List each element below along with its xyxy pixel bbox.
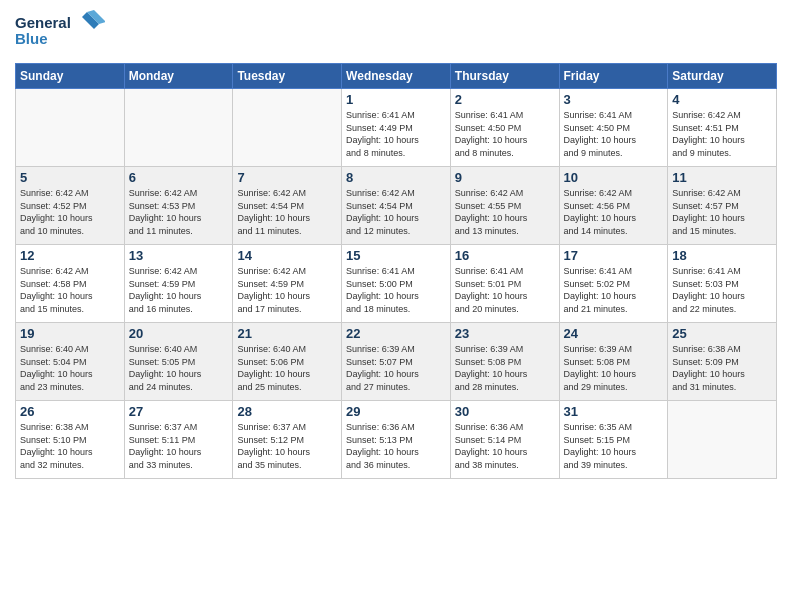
calendar-cell: 4Sunrise: 6:42 AM Sunset: 4:51 PM Daylig… xyxy=(668,89,777,167)
day-number: 13 xyxy=(129,248,229,263)
calendar-cell xyxy=(233,89,342,167)
day-number: 6 xyxy=(129,170,229,185)
day-number: 9 xyxy=(455,170,555,185)
day-number: 20 xyxy=(129,326,229,341)
calendar-cell xyxy=(16,89,125,167)
day-info: Sunrise: 6:41 AM Sunset: 4:50 PM Dayligh… xyxy=(564,109,664,159)
day-info: Sunrise: 6:42 AM Sunset: 4:55 PM Dayligh… xyxy=(455,187,555,237)
day-number: 7 xyxy=(237,170,337,185)
page-container: General Blue SundayMondayTuesdayWednesda… xyxy=(0,0,792,612)
week-row-5: 26Sunrise: 6:38 AM Sunset: 5:10 PM Dayli… xyxy=(16,401,777,479)
day-number: 16 xyxy=(455,248,555,263)
day-number: 12 xyxy=(20,248,120,263)
calendar-cell xyxy=(124,89,233,167)
day-info: Sunrise: 6:41 AM Sunset: 5:03 PM Dayligh… xyxy=(672,265,772,315)
calendar-cell: 21Sunrise: 6:40 AM Sunset: 5:06 PM Dayli… xyxy=(233,323,342,401)
calendar-cell: 6Sunrise: 6:42 AM Sunset: 4:53 PM Daylig… xyxy=(124,167,233,245)
day-number: 24 xyxy=(564,326,664,341)
day-number: 27 xyxy=(129,404,229,419)
day-info: Sunrise: 6:41 AM Sunset: 4:49 PM Dayligh… xyxy=(346,109,446,159)
weekday-tuesday: Tuesday xyxy=(233,64,342,89)
calendar-cell: 31Sunrise: 6:35 AM Sunset: 5:15 PM Dayli… xyxy=(559,401,668,479)
day-number: 11 xyxy=(672,170,772,185)
logo: General Blue xyxy=(15,10,105,55)
calendar-cell: 3Sunrise: 6:41 AM Sunset: 4:50 PM Daylig… xyxy=(559,89,668,167)
day-info: Sunrise: 6:42 AM Sunset: 4:58 PM Dayligh… xyxy=(20,265,120,315)
day-info: Sunrise: 6:42 AM Sunset: 4:52 PM Dayligh… xyxy=(20,187,120,237)
calendar-cell: 29Sunrise: 6:36 AM Sunset: 5:13 PM Dayli… xyxy=(342,401,451,479)
header: General Blue xyxy=(15,10,777,55)
weekday-header-row: SundayMondayTuesdayWednesdayThursdayFrid… xyxy=(16,64,777,89)
day-number: 21 xyxy=(237,326,337,341)
calendar-cell: 17Sunrise: 6:41 AM Sunset: 5:02 PM Dayli… xyxy=(559,245,668,323)
day-number: 18 xyxy=(672,248,772,263)
day-info: Sunrise: 6:42 AM Sunset: 4:51 PM Dayligh… xyxy=(672,109,772,159)
calendar-cell: 30Sunrise: 6:36 AM Sunset: 5:14 PM Dayli… xyxy=(450,401,559,479)
calendar-cell: 18Sunrise: 6:41 AM Sunset: 5:03 PM Dayli… xyxy=(668,245,777,323)
day-number: 31 xyxy=(564,404,664,419)
calendar-cell: 5Sunrise: 6:42 AM Sunset: 4:52 PM Daylig… xyxy=(16,167,125,245)
day-info: Sunrise: 6:42 AM Sunset: 4:53 PM Dayligh… xyxy=(129,187,229,237)
day-number: 4 xyxy=(672,92,772,107)
calendar-cell: 8Sunrise: 6:42 AM Sunset: 4:54 PM Daylig… xyxy=(342,167,451,245)
calendar-cell: 11Sunrise: 6:42 AM Sunset: 4:57 PM Dayli… xyxy=(668,167,777,245)
day-info: Sunrise: 6:42 AM Sunset: 4:57 PM Dayligh… xyxy=(672,187,772,237)
day-info: Sunrise: 6:39 AM Sunset: 5:08 PM Dayligh… xyxy=(564,343,664,393)
day-info: Sunrise: 6:41 AM Sunset: 5:02 PM Dayligh… xyxy=(564,265,664,315)
day-info: Sunrise: 6:41 AM Sunset: 5:00 PM Dayligh… xyxy=(346,265,446,315)
day-info: Sunrise: 6:39 AM Sunset: 5:07 PM Dayligh… xyxy=(346,343,446,393)
calendar-cell: 24Sunrise: 6:39 AM Sunset: 5:08 PM Dayli… xyxy=(559,323,668,401)
logo-svg: General Blue xyxy=(15,10,105,55)
day-number: 15 xyxy=(346,248,446,263)
calendar-cell: 2Sunrise: 6:41 AM Sunset: 4:50 PM Daylig… xyxy=(450,89,559,167)
day-info: Sunrise: 6:42 AM Sunset: 4:54 PM Dayligh… xyxy=(237,187,337,237)
day-number: 23 xyxy=(455,326,555,341)
calendar-cell: 12Sunrise: 6:42 AM Sunset: 4:58 PM Dayli… xyxy=(16,245,125,323)
calendar-cell: 28Sunrise: 6:37 AM Sunset: 5:12 PM Dayli… xyxy=(233,401,342,479)
day-number: 22 xyxy=(346,326,446,341)
week-row-1: 1Sunrise: 6:41 AM Sunset: 4:49 PM Daylig… xyxy=(16,89,777,167)
calendar-cell: 15Sunrise: 6:41 AM Sunset: 5:00 PM Dayli… xyxy=(342,245,451,323)
day-info: Sunrise: 6:40 AM Sunset: 5:05 PM Dayligh… xyxy=(129,343,229,393)
day-info: Sunrise: 6:42 AM Sunset: 4:59 PM Dayligh… xyxy=(129,265,229,315)
day-info: Sunrise: 6:36 AM Sunset: 5:13 PM Dayligh… xyxy=(346,421,446,471)
day-number: 10 xyxy=(564,170,664,185)
week-row-3: 12Sunrise: 6:42 AM Sunset: 4:58 PM Dayli… xyxy=(16,245,777,323)
day-info: Sunrise: 6:38 AM Sunset: 5:09 PM Dayligh… xyxy=(672,343,772,393)
day-number: 29 xyxy=(346,404,446,419)
day-info: Sunrise: 6:40 AM Sunset: 5:06 PM Dayligh… xyxy=(237,343,337,393)
day-number: 28 xyxy=(237,404,337,419)
day-number: 19 xyxy=(20,326,120,341)
calendar-cell: 22Sunrise: 6:39 AM Sunset: 5:07 PM Dayli… xyxy=(342,323,451,401)
weekday-monday: Monday xyxy=(124,64,233,89)
weekday-wednesday: Wednesday xyxy=(342,64,451,89)
day-info: Sunrise: 6:41 AM Sunset: 5:01 PM Dayligh… xyxy=(455,265,555,315)
calendar-cell: 23Sunrise: 6:39 AM Sunset: 5:08 PM Dayli… xyxy=(450,323,559,401)
calendar-cell: 7Sunrise: 6:42 AM Sunset: 4:54 PM Daylig… xyxy=(233,167,342,245)
calendar-cell: 27Sunrise: 6:37 AM Sunset: 5:11 PM Dayli… xyxy=(124,401,233,479)
svg-text:General: General xyxy=(15,14,71,31)
day-number: 17 xyxy=(564,248,664,263)
calendar-cell: 9Sunrise: 6:42 AM Sunset: 4:55 PM Daylig… xyxy=(450,167,559,245)
weekday-friday: Friday xyxy=(559,64,668,89)
day-info: Sunrise: 6:36 AM Sunset: 5:14 PM Dayligh… xyxy=(455,421,555,471)
day-number: 14 xyxy=(237,248,337,263)
day-number: 25 xyxy=(672,326,772,341)
day-info: Sunrise: 6:35 AM Sunset: 5:15 PM Dayligh… xyxy=(564,421,664,471)
day-info: Sunrise: 6:42 AM Sunset: 4:59 PM Dayligh… xyxy=(237,265,337,315)
day-number: 3 xyxy=(564,92,664,107)
day-number: 8 xyxy=(346,170,446,185)
day-info: Sunrise: 6:41 AM Sunset: 4:50 PM Dayligh… xyxy=(455,109,555,159)
calendar-cell: 1Sunrise: 6:41 AM Sunset: 4:49 PM Daylig… xyxy=(342,89,451,167)
day-number: 5 xyxy=(20,170,120,185)
calendar-table: SundayMondayTuesdayWednesdayThursdayFrid… xyxy=(15,63,777,479)
weekday-sunday: Sunday xyxy=(16,64,125,89)
calendar-cell: 19Sunrise: 6:40 AM Sunset: 5:04 PM Dayli… xyxy=(16,323,125,401)
day-info: Sunrise: 6:39 AM Sunset: 5:08 PM Dayligh… xyxy=(455,343,555,393)
calendar-cell: 26Sunrise: 6:38 AM Sunset: 5:10 PM Dayli… xyxy=(16,401,125,479)
day-number: 2 xyxy=(455,92,555,107)
calendar-cell: 10Sunrise: 6:42 AM Sunset: 4:56 PM Dayli… xyxy=(559,167,668,245)
calendar-cell: 25Sunrise: 6:38 AM Sunset: 5:09 PM Dayli… xyxy=(668,323,777,401)
day-info: Sunrise: 6:42 AM Sunset: 4:54 PM Dayligh… xyxy=(346,187,446,237)
day-info: Sunrise: 6:37 AM Sunset: 5:11 PM Dayligh… xyxy=(129,421,229,471)
